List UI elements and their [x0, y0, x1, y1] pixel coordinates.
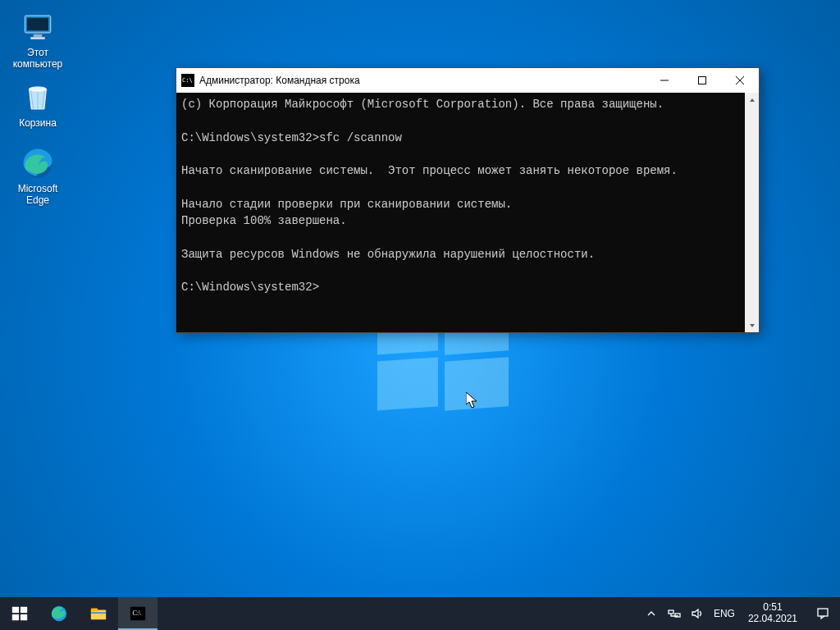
svg-rect-2: [34, 34, 43, 38]
window-titlebar[interactable]: Администратор: Командная строка: [176, 68, 759, 94]
cmd-icon: [181, 74, 194, 87]
tray-network-icon[interactable]: [663, 597, 686, 630]
scroll-up-button[interactable]: [745, 93, 759, 107]
tray-volume-icon[interactable]: [686, 597, 709, 630]
svg-text:C:\: C:\: [133, 609, 142, 617]
svg-rect-17: [91, 612, 106, 614]
taskbar-app-edge[interactable]: [39, 597, 79, 630]
edge-icon: [21, 146, 55, 180]
terminal-output[interactable]: (c) Корпорация Майкрософт (Microsoft Cor…: [176, 93, 745, 332]
taskbar: C:\ ENG 0:51 22.04.2021: [0, 597, 840, 630]
minimize-button[interactable]: [646, 68, 683, 93]
start-button[interactable]: [0, 597, 39, 630]
svg-rect-10: [12, 607, 19, 613]
svg-rect-12: [12, 614, 19, 620]
svg-rect-3: [30, 37, 45, 39]
taskbar-app-file-explorer[interactable]: [79, 597, 118, 630]
desktop-icon-label: Корзина: [7, 118, 69, 130]
svg-rect-1: [27, 18, 48, 31]
tray-action-center-icon[interactable]: [806, 597, 840, 630]
svg-rect-22: [818, 609, 828, 616]
desktop-icon-label: Microsoft Edge: [7, 184, 69, 207]
close-button[interactable]: [721, 68, 759, 93]
cmd-window: Администратор: Командная строка (c) Корп…: [176, 67, 760, 333]
desktop-icon-recycle-bin[interactable]: Корзина: [7, 80, 69, 130]
svg-rect-13: [21, 614, 27, 620]
desktop-icon-this-pc[interactable]: Этот компьютер: [7, 10, 69, 71]
svg-rect-11: [21, 607, 27, 613]
scroll-down-button[interactable]: [745, 318, 759, 332]
tray-date: 22.04.2021: [748, 614, 797, 625]
svg-rect-16: [91, 609, 98, 612]
recycle-bin-icon: [21, 80, 55, 115]
maximize-button[interactable]: [683, 68, 721, 93]
desktop-icon-label: Этот компьютер: [7, 48, 69, 71]
monitor-icon: [21, 10, 55, 44]
tray-time: 0:51: [748, 602, 797, 614]
tray-show-hidden-icons[interactable]: [640, 597, 663, 630]
svg-rect-7: [699, 77, 706, 84]
system-tray: ENG 0:51 22.04.2021: [640, 597, 840, 630]
window-title: Администратор: Командная строка: [199, 75, 646, 86]
tray-clock[interactable]: 0:51 22.04.2021: [740, 602, 806, 625]
svg-rect-20: [669, 610, 673, 614]
svg-point-4: [30, 87, 47, 91]
tray-language-indicator[interactable]: ENG: [709, 608, 740, 619]
vertical-scrollbar[interactable]: [745, 93, 759, 332]
taskbar-app-cmd[interactable]: C:\: [118, 597, 158, 630]
desktop-icon-microsoft-edge[interactable]: Microsoft Edge: [7, 146, 69, 207]
